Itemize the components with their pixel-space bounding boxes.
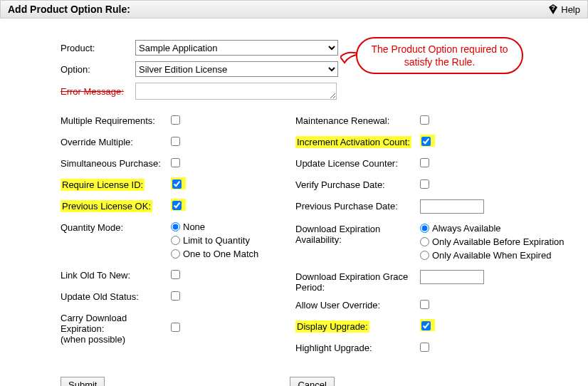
error-message-label: Error Message: <box>61 86 135 97</box>
allow-user-override-label: Allow User Override: <box>295 298 420 311</box>
help-link[interactable]: ? Help <box>547 4 580 15</box>
verify-purchase-date-label: Verify Purchase Date: <box>295 178 420 190</box>
increment-activation-count-label: Increment Activation Count: <box>295 135 420 147</box>
display-upgrade-label: Display Upgrade: <box>295 320 420 332</box>
maintenance-renewal-label: Maintenance Renewal: <box>295 114 420 126</box>
simultaneous-purchase-checkbox[interactable] <box>171 158 180 167</box>
header-bar: Add Product Option Rule: ? Help <box>0 0 588 19</box>
callout-bubble: The Product Option required to satisfy t… <box>356 37 523 74</box>
download-expiration-grace-period-input[interactable] <box>420 270 484 284</box>
display-upgrade-checkbox[interactable] <box>421 321 431 330</box>
quantity-mode-label: Quantity Mode: <box>61 221 171 233</box>
option-label: Option: <box>61 64 135 75</box>
download-expiration-availability-label: Download Expiration Availability: <box>295 222 420 245</box>
highlight-upgrade-label: Highlight Upgrade: <box>295 341 420 353</box>
availability-expired-radio[interactable] <box>420 251 429 260</box>
override-multiple-label: Override Multiple: <box>61 135 171 147</box>
cancel-button[interactable]: Cancel <box>290 377 334 386</box>
submit-button[interactable]: Submit <box>61 377 105 386</box>
quantity-mode-limit-radio[interactable] <box>171 236 180 245</box>
previous-license-ok-label: Previous License OK: <box>61 199 171 212</box>
simultaneous-purchase-label: Simultaneous Purchase: <box>61 157 171 169</box>
availability-always-label: Always Available <box>432 222 501 234</box>
availability-before-label: Only Available Before Expiration <box>432 236 564 247</box>
left-column: Multiple Requirements: Override Multiple… <box>61 114 260 362</box>
availability-expired-label: Only Available When Expired <box>432 249 551 261</box>
quantity-mode-limit-label: Limit to Quantity <box>183 234 250 246</box>
update-old-status-checkbox[interactable] <box>171 291 180 301</box>
quantity-mode-none-label: None <box>183 221 205 232</box>
highlight-upgrade-checkbox[interactable] <box>420 343 429 352</box>
increment-activation-count-checkbox[interactable] <box>421 137 431 146</box>
multiple-requirements-label: Multiple Requirements: <box>61 114 171 126</box>
availability-before-radio[interactable] <box>420 237 429 246</box>
quantity-mode-one-radio[interactable] <box>171 249 180 259</box>
update-license-counter-checkbox[interactable] <box>420 158 429 167</box>
previous-license-ok-checkbox[interactable] <box>172 201 182 210</box>
download-expiration-grace-period-label: Download Expiration Grace Period: <box>295 270 420 293</box>
require-license-id-checkbox[interactable] <box>172 179 182 189</box>
help-label: Help <box>561 4 580 15</box>
require-license-id-label: Require License ID: <box>61 178 171 190</box>
product-select[interactable]: Sample Application <box>135 40 338 56</box>
option-select[interactable]: Silver Edition License <box>135 61 338 77</box>
product-label: Product: <box>61 43 135 53</box>
update-license-counter-label: Update License Counter: <box>295 157 420 169</box>
link-old-to-new-checkbox[interactable] <box>171 270 180 279</box>
override-multiple-checkbox[interactable] <box>171 137 180 146</box>
verify-purchase-date-checkbox[interactable] <box>420 179 429 189</box>
svg-text:?: ? <box>552 4 556 11</box>
availability-always-radio[interactable] <box>420 224 429 233</box>
quantity-mode-one-label: One to One Match <box>183 248 258 259</box>
help-icon: ? <box>547 4 559 15</box>
quantity-mode-none-radio[interactable] <box>171 222 180 231</box>
page-title: Add Product Option Rule: <box>8 4 130 15</box>
multiple-requirements-checkbox[interactable] <box>171 115 180 125</box>
carry-download-expiration-checkbox[interactable] <box>171 323 180 332</box>
previous-purchase-date-label: Previous Purchase Date: <box>295 199 420 212</box>
callout-text: The Product Option required to satisfy t… <box>364 43 515 68</box>
carry-download-expiration-label: Carry Download Expiration: (when possibl… <box>61 311 171 345</box>
allow-user-override-checkbox[interactable] <box>420 300 429 309</box>
right-column: Maintenance Renewal: Increment Activatio… <box>295 114 566 362</box>
link-old-to-new-label: Link Old To New: <box>61 268 171 281</box>
maintenance-renewal-checkbox[interactable] <box>420 115 429 125</box>
error-message-input[interactable] <box>135 83 337 100</box>
update-old-status-label: Update Old Status: <box>61 290 171 302</box>
previous-purchase-date-input[interactable] <box>420 199 484 214</box>
